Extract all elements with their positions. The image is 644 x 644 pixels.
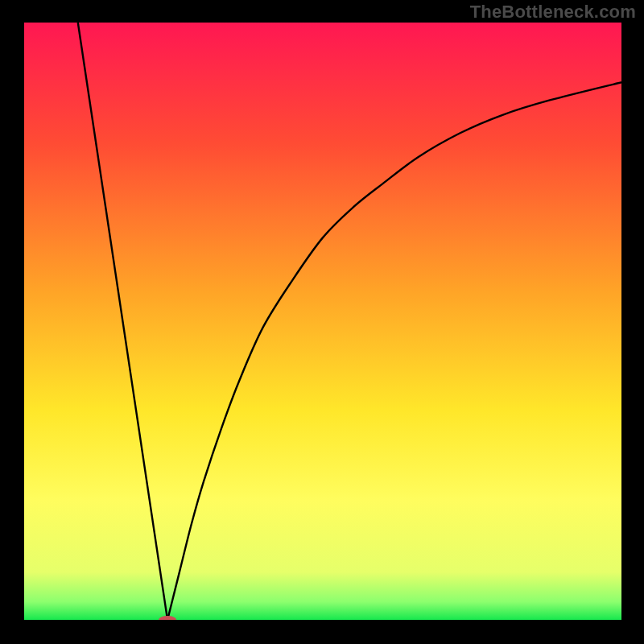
plot-area [24, 23, 621, 620]
gradient-background [24, 23, 621, 620]
chart-frame: TheBottleneck.com [0, 0, 644, 644]
bottleneck-curve-chart [24, 23, 621, 620]
watermark-text: TheBottleneck.com [470, 2, 636, 23]
